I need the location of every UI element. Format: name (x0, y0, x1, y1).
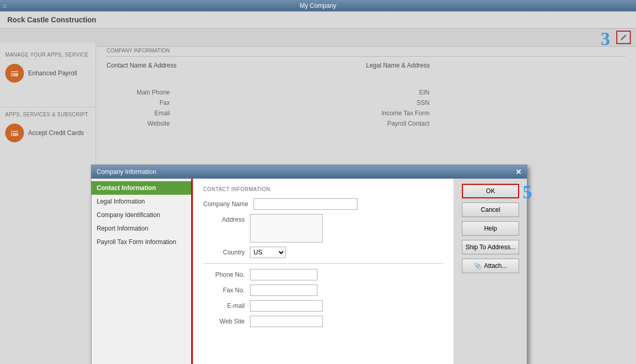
attach-button[interactable]: 📎 Attach... (462, 259, 519, 273)
cancel-button[interactable]: Cancel (462, 203, 519, 217)
modal-dialog: Company Information ✕ Contact Informatio… (91, 165, 527, 364)
modal-titlebar: Company Information ✕ (91, 165, 527, 179)
email-row: E-mail (203, 300, 443, 312)
country-select[interactable]: US Canada (250, 247, 286, 258)
address-label: Address (203, 214, 250, 223)
nav-legal-information[interactable]: Legal Information (91, 195, 191, 208)
modal-body: Contact Information Legal Information Co… (91, 179, 527, 364)
fax-input[interactable] (250, 285, 317, 296)
email-input[interactable] (250, 300, 323, 312)
phone-label: Phone No. (203, 269, 250, 278)
website-row: Web Site (203, 316, 443, 327)
modal-buttons: 5 OK Cancel Help Ship To Address... 📎 At… (454, 179, 527, 364)
country-row: Country US Canada (203, 247, 443, 258)
nav-company-identification[interactable]: Company Identification (91, 208, 191, 222)
attach-label: Attach... (484, 262, 507, 269)
fax-form-label: Fax No. (203, 285, 250, 294)
phone-input[interactable] (250, 269, 317, 280)
title-bar: □ My Company (0, 0, 636, 11)
form-section-title: CONTACT INFORMATION (203, 186, 443, 192)
website-input[interactable] (250, 316, 323, 327)
window-icon: □ (3, 3, 6, 9)
paperclip-icon: 📎 (474, 262, 482, 269)
company-name-input[interactable] (254, 198, 357, 210)
help-button[interactable]: Help (462, 221, 519, 236)
fax-row: Fax No. (203, 285, 443, 296)
website-form-label: Web Site (203, 316, 250, 325)
nav-report-information[interactable]: Report Information (91, 222, 191, 235)
modal-title: Company Information (97, 168, 156, 176)
address-row: Address (203, 214, 443, 242)
modal-nav: Contact Information Legal Information Co… (91, 179, 193, 364)
nav-contact-information[interactable]: Contact Information (91, 181, 191, 195)
title-bar-text: My Company (300, 2, 337, 9)
company-name-form-label: Company Name (203, 198, 254, 208)
country-label: Country (203, 247, 250, 256)
form-divider (203, 263, 443, 264)
modal-form: CONTACT INFORMATION Company Name Address… (193, 179, 454, 364)
address-input[interactable] (250, 214, 323, 242)
modal-close-button[interactable]: ✕ (515, 168, 522, 176)
company-name-row: Company Name (203, 198, 443, 210)
ok-button[interactable]: OK (462, 184, 519, 198)
main-window: Rock Castle Construction 3 COMPANY INFOR… (0, 11, 636, 364)
ship-to-address-button[interactable]: Ship To Address... (462, 240, 519, 254)
phone-row: Phone No. (203, 269, 443, 280)
email-form-label: E-mail (203, 300, 250, 309)
nav-payroll-tax-form[interactable]: Payroll Tax Form Information (91, 235, 191, 249)
